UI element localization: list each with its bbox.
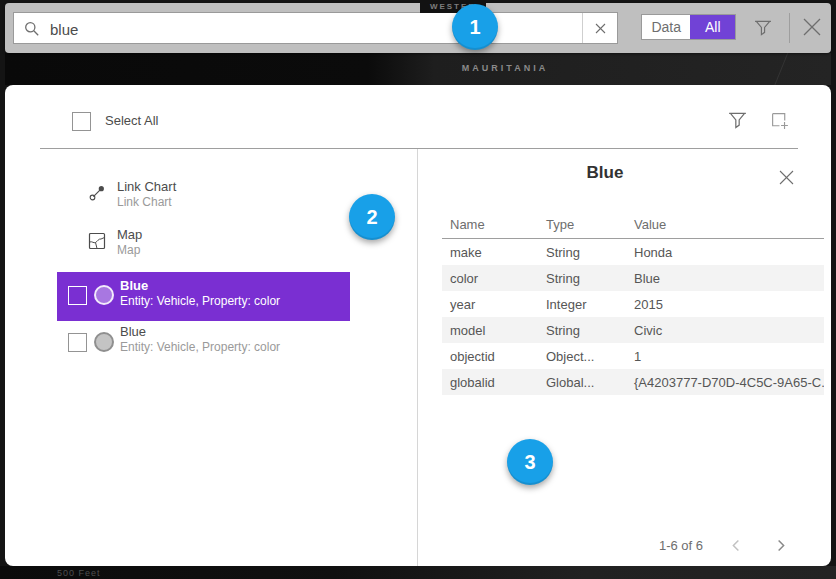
list-item-subtitle: Entity: Vehicle, Property: color xyxy=(120,340,280,355)
table-row: year Integer 2015 xyxy=(442,291,824,317)
cell-value: Civic xyxy=(626,317,824,343)
callout-number: 2 xyxy=(366,206,377,229)
cell-name: color xyxy=(442,265,538,291)
toolbar-divider xyxy=(789,13,790,43)
list-item-title: Blue xyxy=(120,278,280,294)
chevron-right-icon[interactable] xyxy=(773,538,788,553)
toggle-data-button[interactable]: Data xyxy=(642,15,690,39)
cell-value: 2015 xyxy=(626,291,824,317)
map-country-label: MAURITANIA xyxy=(450,63,560,73)
callout-number: 1 xyxy=(469,16,480,39)
cell-name: make xyxy=(442,239,538,266)
pagination-label: 1-6 of 6 xyxy=(645,538,703,553)
select-all-label: Select All xyxy=(105,113,158,128)
search-toolbar: Data All xyxy=(5,3,831,53)
callout-badge-1: 1 xyxy=(452,4,498,50)
select-all-checkbox[interactable] xyxy=(72,112,91,131)
list-item-title: Blue xyxy=(120,324,280,340)
table-row: globalid Global... {A4203777-D70D-4C5C-9… xyxy=(442,369,824,395)
list-item-subtitle: Link Chart xyxy=(117,195,176,210)
item-checkbox[interactable] xyxy=(68,286,87,305)
chevron-left-icon[interactable] xyxy=(729,538,744,553)
list-item-title: Map xyxy=(117,227,142,243)
map-bottom-strip: 500 Feet xyxy=(0,566,836,579)
results-filter-icon[interactable] xyxy=(728,111,747,130)
search-icon xyxy=(24,21,40,37)
cell-type: String xyxy=(538,317,626,343)
cell-type: String xyxy=(538,265,626,291)
app-screenshot: MAURITANIA WESTER 500 Feet Data xyxy=(0,0,836,579)
attribute-table: Name Type Value make String Honda color … xyxy=(442,211,824,395)
item-checkbox[interactable] xyxy=(68,333,87,352)
callout-number: 3 xyxy=(524,451,535,474)
cell-value: Blue xyxy=(626,265,824,291)
cell-name: globalid xyxy=(442,369,538,395)
cell-name: objectid xyxy=(442,343,538,369)
list-item-map[interactable]: Map Map xyxy=(57,224,350,272)
cell-name: model xyxy=(442,317,538,343)
callout-badge-3: 3 xyxy=(507,439,553,485)
header-divider xyxy=(40,148,798,149)
entity-circle-icon xyxy=(94,332,114,352)
entity-circle-icon xyxy=(94,285,114,305)
table-row: objectid Object... 1 xyxy=(442,343,824,369)
cell-value: 1 xyxy=(626,343,824,369)
list-item-blue-selected[interactable]: Blue Entity: Vehicle, Property: color xyxy=(57,272,350,321)
list-item-title: Link Chart xyxy=(117,179,176,195)
callout-badge-2: 2 xyxy=(349,194,395,240)
table-header-row: Name Type Value xyxy=(442,211,824,239)
column-header-name: Name xyxy=(442,211,538,239)
cell-type: String xyxy=(538,239,626,266)
add-selection-icon[interactable] xyxy=(770,111,790,131)
column-header-value: Value xyxy=(626,211,824,239)
toggle-all-label: All xyxy=(705,19,721,35)
map-scale-label: 500 Feet xyxy=(57,568,101,578)
map-background: MAURITANIA xyxy=(5,53,831,85)
table-row: model String Civic xyxy=(442,317,824,343)
list-item-subtitle: Entity: Vehicle, Property: color xyxy=(120,294,280,309)
map-icon xyxy=(88,232,106,250)
table-row: color String Blue xyxy=(442,265,824,291)
close-search-icon[interactable] xyxy=(801,16,823,38)
clear-search-button[interactable] xyxy=(582,13,617,43)
link-chart-icon xyxy=(88,184,106,202)
search-box[interactable] xyxy=(13,12,618,44)
cell-name: year xyxy=(442,291,538,317)
list-item-blue[interactable]: Blue Entity: Vehicle, Property: color xyxy=(57,321,350,369)
list-item-link-chart[interactable]: Link Chart Link Chart xyxy=(57,176,350,224)
list-item-subtitle: Map xyxy=(117,243,142,258)
cell-type: Object... xyxy=(538,343,626,369)
search-results-panel: Select All Link Chart Link Chart xyxy=(5,85,831,566)
toggle-all-button[interactable]: All xyxy=(690,15,735,39)
cell-type: Global... xyxy=(538,369,626,395)
cell-type: Integer xyxy=(538,291,626,317)
toggle-data-label: Data xyxy=(651,19,681,35)
filter-icon[interactable] xyxy=(754,19,772,37)
column-header-type: Type xyxy=(538,211,626,239)
table-row: make String Honda xyxy=(442,239,824,266)
list-detail-divider xyxy=(417,149,418,566)
detail-title: Blue xyxy=(432,163,778,183)
data-all-toggle: Data All xyxy=(641,14,736,40)
detail-close-icon[interactable] xyxy=(778,169,795,186)
clear-icon xyxy=(595,23,606,34)
cell-value: {A4203777-D70D-4C5C-9A65-C... xyxy=(626,369,824,395)
cell-value: Honda xyxy=(626,239,824,266)
